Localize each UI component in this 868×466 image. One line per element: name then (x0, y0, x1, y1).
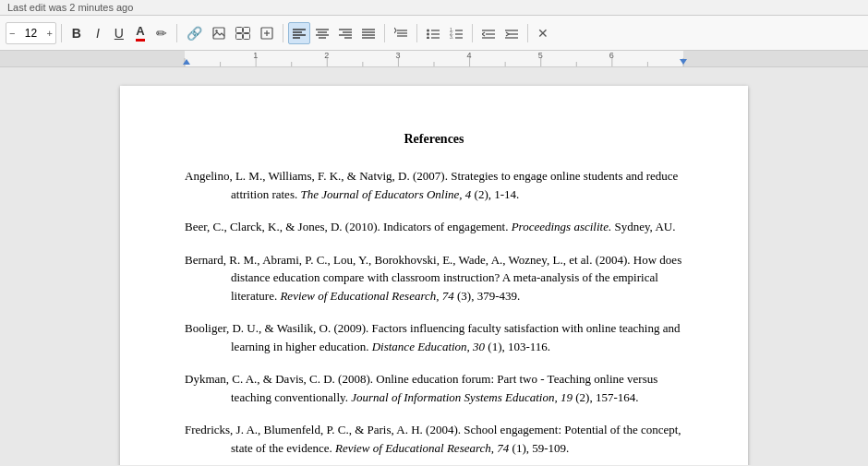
list-item: Beer, C., Clarck, K., & Jones, D. (2010)… (185, 218, 683, 236)
document-page: References Angelino, L. M., Williams, F.… (120, 86, 748, 465)
divider-3 (283, 24, 283, 42)
ref1-after: (2), 1-14. (471, 187, 519, 201)
ref5-italic: Journal of Information Systems Education… (351, 390, 573, 404)
ref3-italic: Review of Educational Research, 74 (280, 289, 453, 303)
clear-format-button[interactable]: ✕ (533, 22, 553, 44)
align-justify-button[interactable] (357, 22, 380, 44)
underline-button[interactable]: U (109, 22, 129, 44)
divider-4 (384, 24, 385, 42)
divider-6 (472, 24, 473, 42)
bold-button[interactable]: B (66, 22, 87, 44)
ref3-after: (3), 379-439. (454, 289, 521, 303)
italic-button[interactable]: I (88, 22, 108, 44)
svg-rect-2 (235, 27, 242, 32)
list-item: Dykman, C. A., & Davis, C. D. (2008). On… (185, 370, 683, 406)
ruler (0, 51, 868, 67)
reference-text: Dykman, C. A., & Davis, C. D. (2008). On… (185, 370, 683, 406)
list-item: Angelino, L. M., Williams, F. K., & Natv… (185, 167, 683, 203)
status-text: Last edit was 2 minutes ago (7, 2, 133, 13)
reference-list: Angelino, L. M., Williams, F. K., & Natv… (185, 167, 683, 457)
document-title: References (185, 132, 683, 147)
ref1-italic: The Journal of Educators Online, 4 (300, 187, 471, 201)
toolbar: − + B I U A ✏ 🔗 (0, 16, 868, 51)
ref4-after: (1), 103-116. (485, 340, 550, 353)
ref6-italic: Review of Educational Research, 74 (335, 441, 509, 455)
clear-group: ✕ (533, 22, 553, 44)
svg-point-1 (215, 30, 217, 31)
divider-2 (176, 24, 177, 42)
reference-text: Fredricks, J. A., Blumenfeld, P. C., & P… (185, 421, 683, 457)
font-size-increase-button[interactable]: + (43, 23, 54, 43)
ref2-after: Sydney, AU. (611, 220, 675, 233)
reference-text: Angelino, L. M., Williams, F. K., & Natv… (185, 167, 683, 203)
svg-rect-5 (243, 33, 249, 39)
ref2-italic: Proceedings ascilite. (512, 220, 612, 233)
font-size-decrease-button[interactable]: − (6, 23, 18, 43)
font-size-group: − + (6, 22, 56, 44)
list-group: 1.2.3. (422, 22, 467, 44)
gallery-button[interactable] (231, 22, 255, 44)
font-size-input[interactable] (18, 27, 43, 40)
ruler-canvas (0, 51, 868, 67)
align-group (288, 22, 380, 44)
svg-point-28 (427, 29, 429, 31)
svg-text:3.: 3. (450, 34, 453, 39)
numbered-list-button[interactable]: 1.2.3. (445, 22, 467, 44)
svg-point-30 (427, 36, 429, 39)
svg-rect-4 (235, 33, 242, 39)
indent-increase-button[interactable] (500, 22, 523, 44)
link-button[interactable]: 🔗 (182, 22, 207, 44)
ref2-before: Beer, C., Clarck, K., & Jones, D. (2010)… (185, 220, 512, 233)
divider-5 (416, 24, 417, 42)
list-item: Booliger, D. U., & Wasilik, O. (2009). F… (185, 319, 683, 355)
ref6-after: (1), 59-109. (509, 441, 569, 455)
insert-group: 🔗 (182, 22, 278, 44)
ref5-after: (2), 157-164. (573, 390, 639, 404)
text-format-group: B I U A ✏ (66, 22, 172, 44)
align-center-button[interactable] (311, 22, 333, 44)
font-color-button[interactable]: A (130, 22, 151, 44)
align-right-button[interactable] (334, 22, 356, 44)
font-size-control[interactable]: − + (6, 22, 56, 44)
indent-decrease-button[interactable] (477, 22, 500, 44)
status-bar: Last edit was 2 minutes ago (0, 0, 868, 16)
ref4-italic: Distance Education, 30 (372, 340, 485, 353)
line-spacing-button[interactable] (390, 22, 412, 44)
list-item: Fredricks, J. A., Blumenfeld, P. C., & P… (185, 421, 683, 457)
align-left-button[interactable] (288, 22, 310, 44)
reference-text: Bernard, R. M., Abrami, P. C., Lou, Y., … (185, 251, 683, 305)
svg-point-29 (427, 32, 429, 35)
highlight-button[interactable]: ✏ (151, 22, 172, 44)
reference-text: Beer, C., Clarck, K., & Jones, D. (2010)… (185, 218, 683, 236)
divider-1 (61, 24, 62, 42)
svg-rect-3 (243, 27, 249, 32)
divider-7 (527, 24, 528, 42)
svg-rect-0 (213, 28, 224, 39)
indent-group (477, 22, 523, 44)
page-area[interactable]: References Angelino, L. M., Williams, F.… (0, 67, 868, 465)
spacing-group (390, 22, 412, 44)
reference-text: Booliger, D. U., & Wasilik, O. (2009). F… (185, 319, 683, 355)
bullet-list-button[interactable] (422, 22, 444, 44)
list-item: Bernard, R. M., Abrami, P. C., Lou, Y., … (185, 251, 683, 305)
insert-more-button[interactable] (256, 22, 278, 44)
image-button[interactable] (208, 22, 230, 44)
